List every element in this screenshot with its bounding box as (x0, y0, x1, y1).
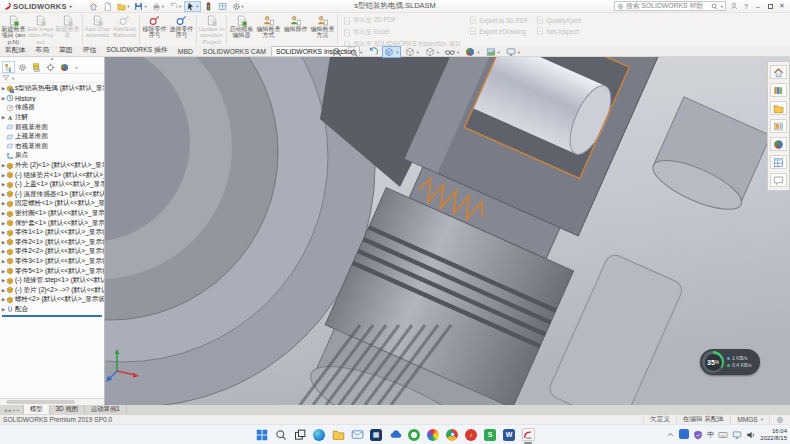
security-shield-icon[interactable] (693, 430, 703, 440)
remove-balloons-button[interactable]: 移除零件序号 (141, 13, 168, 46)
login-icon[interactable] (729, 2, 739, 10)
volume-icon[interactable] (746, 430, 756, 440)
section-view-icon[interactable]: ▾ (382, 46, 400, 58)
start-button[interactable] (255, 428, 269, 442)
tree-root-item[interactable]: ▶s型铠装热电偶 (默认<默认_显示状态-1> (0, 84, 104, 94)
display-manager-tab[interactable] (58, 61, 71, 73)
ime-language-indicator[interactable]: 中 (707, 430, 714, 440)
word-icon[interactable]: W (502, 428, 516, 442)
speed-monitor-overlay[interactable]: 35% 1 KB/s 0.4 KB/s (700, 349, 760, 375)
tab-评估[interactable]: 评估 (78, 43, 102, 56)
display-style-icon[interactable]: ▾ (423, 46, 441, 58)
tab-布局[interactable]: 布局 (30, 43, 54, 56)
tree-item[interactable]: ▶密封圈<1> (默认<<默认>_显示状 (0, 209, 104, 219)
appearances-icon[interactable] (770, 137, 787, 151)
select-balloons-button[interactable]: 选择零件序号 (168, 13, 195, 46)
launch-template-editor-button[interactable]: 启动模板编辑器 (228, 13, 255, 46)
tab-mbd[interactable]: MBD (173, 46, 198, 56)
tree-item[interactable]: ▶(-) 温度传感器<1> (默认<<默认>_ (0, 190, 104, 200)
edit-appearance-icon[interactable]: ▾ (463, 46, 481, 58)
cad-model[interactable] (105, 57, 790, 405)
task-view-button[interactable] (293, 428, 307, 442)
chrome-icon[interactable] (445, 428, 459, 442)
tree-item[interactable]: 原点 (0, 151, 104, 161)
tree-item[interactable]: ▶A注解 (0, 113, 104, 123)
store-icon[interactable]: ▦ (369, 428, 383, 442)
restore-button[interactable] (765, 4, 775, 9)
tab-草图[interactable]: 草图 (54, 43, 78, 56)
scrollbar-thumb[interactable] (6, 400, 75, 404)
browser-360-icon[interactable] (407, 428, 421, 442)
search-caret-icon[interactable]: ▾ (721, 4, 723, 9)
rebuild-icon[interactable] (202, 1, 215, 12)
view-orientation-icon[interactable]: ▾ (403, 46, 421, 58)
ime-mode-icon[interactable] (718, 430, 728, 440)
units-selector[interactable]: MMGS▾ (730, 415, 769, 424)
search-input[interactable]: 搜索 SOLIDWORKS 帮助 ▾ (614, 1, 726, 11)
edit-operation-button[interactable]: 编辑操作 (282, 13, 309, 46)
manager-tabs-overflow-icon[interactable]: » (72, 61, 81, 73)
doc-tab-3d-视图[interactable]: 3D 视图 (50, 405, 85, 414)
rollback-bar[interactable] (2, 315, 102, 317)
tree-item[interactable]: ▶螺栓<2> (默认<<默认>_显示状态 (0, 295, 104, 305)
zoom-area-icon[interactable]: ▾ (346, 46, 364, 58)
panel-scrollbar[interactable] (0, 398, 104, 405)
custom-properties-icon[interactable] (770, 155, 787, 169)
edge-icon[interactable] (312, 428, 326, 442)
view-palette-icon[interactable] (770, 119, 787, 133)
tree-item[interactable]: 传感器 (0, 103, 104, 113)
dimxpert-manager-tab[interactable] (44, 61, 57, 73)
previous-view-icon[interactable] (366, 46, 380, 58)
logo-flyout-arrow[interactable]: ▸ (70, 3, 73, 9)
search-icon[interactable] (711, 3, 718, 10)
tab-scroll-buttons[interactable]: ◂▸▪▪ (0, 405, 24, 414)
doc-tab-运动算例1[interactable]: 运动算例1 (85, 405, 127, 414)
mail-icon[interactable] (350, 428, 364, 442)
edit-inspection-method-button[interactable]: 编辑检查方式 (255, 13, 282, 46)
apply-scene-icon[interactable]: ▾ (484, 46, 502, 58)
tree-item[interactable]: ▶配合 (0, 305, 104, 315)
tab-solidworks-cam[interactable]: SOLIDWORKS CAM (198, 46, 271, 56)
tree-item[interactable]: ▶外壳 (2)<1> (默认<<默认>_显示状 (0, 161, 104, 171)
new-inspection-project-button[interactable]: 新建检查项目 (amp;N) (0, 13, 27, 46)
quick-tips-icon[interactable] (769, 415, 790, 424)
browser-rainbow-icon[interactable] (426, 428, 440, 442)
tree-item[interactable]: ▶零件1<1> (默认<<默认>_显示状态 (0, 228, 104, 238)
close-button[interactable]: ✕ (777, 2, 787, 10)
tree-item[interactable]: ▶零件3<1> (默认<<默认>_显示状 (0, 257, 104, 267)
tree-item[interactable]: 上视基准面 (0, 132, 104, 142)
search-button[interactable] (274, 428, 288, 442)
tree-item[interactable]: 前视基准面 (0, 122, 104, 132)
media-app-icon[interactable]: ♪ (464, 428, 478, 442)
tree-item[interactable]: ▶(-) 垫片 (2)<2> ->? (默认<<默认 (0, 285, 104, 295)
tree-filter[interactable]: ▾ (0, 74, 104, 83)
new-document-icon[interactable] (101, 1, 114, 12)
design-library-icon[interactable] (770, 83, 787, 97)
display-settings-icon[interactable] (216, 1, 229, 12)
configuration-manager-tab[interactable] (30, 61, 43, 73)
tree-item[interactable]: ▶(-) 上盖<1> (默认<<默认>_显示状 (0, 180, 104, 190)
tray-chevron-icon[interactable] (666, 430, 675, 439)
tree-item[interactable]: ▶零件5<1> (默认<<默认>_显示状 (0, 266, 104, 276)
tree-item[interactable]: ▶零件2<1> (默认<<默认>_显示状 (0, 238, 104, 248)
tree-item[interactable]: ▶History (0, 94, 104, 104)
tray-app-icon[interactable] (679, 429, 689, 440)
print-icon[interactable]: ▾ (150, 1, 166, 12)
tree-item[interactable]: ▶(-) 绝缘管.step<1> (默认<<默认> (0, 276, 104, 286)
tab-solidworks-插件[interactable]: SOLIDWORKS 插件 (101, 43, 173, 56)
select-tool-icon[interactable]: ▾ (184, 1, 200, 12)
open-icon[interactable]: ▾ (115, 1, 131, 12)
tree-item[interactable]: ▶保护套<1> (默认<<默认>_显示状 (0, 218, 104, 228)
solidworks-icon[interactable] (521, 428, 535, 442)
notes-app-icon[interactable]: S (483, 428, 497, 442)
save-icon[interactable]: ▾ (132, 1, 148, 12)
view-settings-icon[interactable]: ▾ (504, 46, 522, 58)
undo-icon[interactable]: ▾ (167, 1, 183, 12)
hide-show-items-icon[interactable]: ▾ (443, 46, 461, 58)
tab-装配体[interactable]: 装配体 (0, 43, 30, 56)
feature-manager-tab[interactable] (2, 61, 15, 73)
filter-caret-icon[interactable]: ▾ (12, 76, 14, 81)
doc-tab-模型[interactable]: 模型 (24, 405, 50, 414)
file-explorer-pane-icon[interactable] (770, 101, 787, 115)
edit-inspection-approach-button[interactable]: 编辑检查方法 (309, 13, 336, 46)
